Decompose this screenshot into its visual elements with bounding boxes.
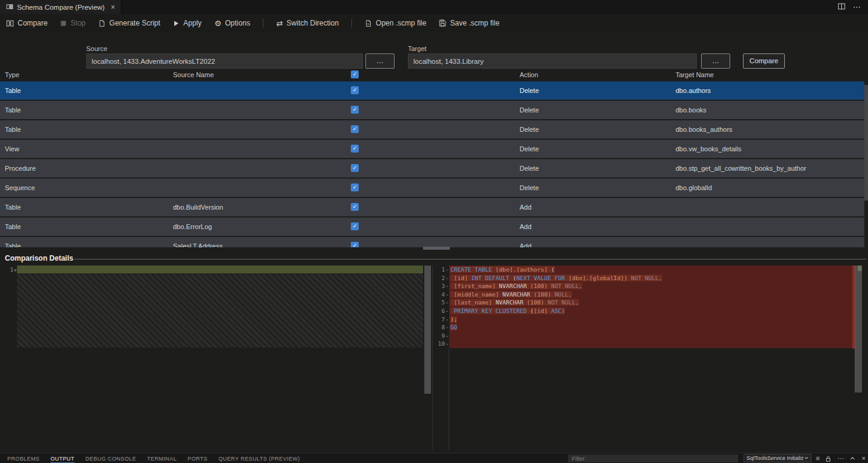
diff-code-line: 1-CREATE TABLE [dbo].[authors] (	[434, 266, 855, 274]
column-header-source-name: Source Name	[173, 71, 214, 78]
diff-code-line: 10-	[434, 340, 855, 348]
panel-action-icons: ≡⋯×	[816, 453, 866, 463]
table-row[interactable]: ViewDeletedbo.vw_books_details✓	[0, 140, 864, 158]
diff-code-line: 5- [last_name] NVARCHAR (100) NOT NULL,	[434, 298, 855, 307]
table-row[interactable]: TableDeletedbo.books_authors✓	[0, 120, 864, 139]
row-target-name: dbo.books_authors	[676, 120, 733, 139]
source-input[interactable]	[86, 53, 363, 69]
toolbar-button-label: Compare	[18, 19, 47, 27]
target-input[interactable]	[408, 53, 697, 69]
table-row[interactable]: TableDeletedbo.authors✓	[0, 81, 864, 100]
diff-marker: -	[445, 290, 449, 299]
schema-compare-window: Schema Compare (Preview) × ⋯ CompareStop…	[0, 0, 868, 463]
row-checkbox[interactable]: ✓	[351, 183, 359, 191]
line-number: 6	[434, 307, 445, 315]
row-checkbox[interactable]: ✓	[351, 164, 359, 172]
panel-more-actions-icon[interactable]: ⋯	[837, 455, 844, 462]
table-row[interactable]: Tabledbo.BuildVersionAdd✓	[0, 198, 864, 216]
row-checkbox[interactable]: ✓	[351, 145, 359, 153]
open-scmp-button[interactable]: Open .scmp file	[365, 19, 426, 27]
output-filter-input[interactable]	[568, 454, 738, 462]
row-action: Add	[520, 218, 532, 236]
diff-left-scrollbar[interactable]	[424, 266, 431, 394]
row-checkbox[interactable]: ✓	[351, 222, 359, 230]
line-number: 3	[434, 282, 445, 290]
schema-compare-icon	[6, 3, 13, 12]
line-number: 8	[434, 323, 445, 332]
save-scmp-button[interactable]: Save .scmp file	[439, 19, 499, 27]
stop-button: Stop	[60, 19, 86, 27]
diff-empty-region	[17, 274, 423, 348]
bottom-panel-bar: PROBLEMSOUTPUTDEBUG CONSOLETERMINALPORTS…	[0, 453, 868, 463]
compare-button[interactable]: Compare	[743, 53, 785, 69]
panel-tab-query-results-preview[interactable]: QUERY RESULTS (PREVIEW)	[219, 453, 300, 463]
toolbar-separator	[263, 19, 263, 27]
row-action: Delete	[520, 159, 539, 177]
close-panel-icon[interactable]: ×	[861, 455, 865, 462]
toolbar-button-label: Apply	[183, 19, 202, 27]
diff-right-scrollbar[interactable]	[855, 266, 862, 393]
schema-compare-toolbar: CompareStopGenerate ScriptApply⚙Options⇄…	[0, 14, 868, 32]
column-header-action: Action	[520, 71, 538, 78]
line-number: 2	[434, 274, 445, 283]
diff-editor: 1+ 1-CREATE TABLE [dbo].[authors] (2- [i…	[0, 266, 868, 450]
row-checkbox[interactable]: ✓	[351, 106, 359, 114]
table-row[interactable]: SequenceDeletedbo.globalId✓	[0, 179, 864, 197]
grid-vertical-scrollbar[interactable]	[864, 85, 868, 201]
diff-marker: -	[445, 315, 449, 324]
source-browse-button[interactable]: …	[365, 53, 395, 69]
row-type: Table	[5, 218, 21, 236]
row-source-name: SalesLT.Address	[173, 237, 223, 247]
table-row[interactable]: TableSalesLT.AddressAdd✓	[0, 237, 864, 247]
grid-horizontal-scrollbar[interactable]	[423, 247, 450, 250]
code-text: PRIMARY KEY CLUSTERED ([id] ASC)	[449, 307, 855, 315]
code-text: [id] INT DEFAULT (NEXT VALUE FOR [dbo].[…	[449, 274, 855, 283]
line-number: 10	[434, 340, 445, 348]
target-browse-button[interactable]: …	[701, 53, 730, 69]
details-divider	[74, 259, 866, 259]
close-tab-icon[interactable]: ×	[110, 4, 115, 11]
compare-button[interactable]: Compare	[6, 19, 47, 27]
stop-icon	[60, 20, 67, 27]
row-checkbox[interactable]: ✓	[351, 242, 359, 247]
header-checkbox[interactable]: ✓	[351, 70, 359, 78]
comparison-details-title: Comparison Details	[5, 254, 73, 262]
table-row[interactable]: ProcedureDeletedbo.stp_get_all_cowritten…	[0, 159, 864, 177]
chevron-down-icon	[804, 455, 809, 462]
editor-more-actions-icon[interactable]: ⋯	[853, 3, 861, 11]
switch-direction-button[interactable]: ⇄Switch Direction	[276, 19, 339, 27]
generate-script-button[interactable]: Generate Script	[98, 19, 160, 27]
diff-marker: -	[445, 307, 449, 315]
row-type: Table	[5, 237, 21, 247]
row-type: Table	[5, 120, 21, 139]
panel-tab-problems[interactable]: PROBLEMS	[7, 453, 39, 463]
row-checkbox[interactable]: ✓	[351, 125, 359, 133]
output-channel-select[interactable]: SqlToolsService Initializ	[744, 454, 812, 462]
panel-tab-terminal[interactable]: TERMINAL	[147, 453, 177, 463]
row-checkbox[interactable]: ✓	[351, 203, 359, 211]
row-type: Table	[5, 81, 21, 100]
diff-pane-sash[interactable]	[432, 266, 433, 450]
code-text: [first_name] NVARCHAR (100) NOT NULL,	[449, 282, 855, 290]
toolbar-button-label: Stop	[70, 19, 86, 27]
line-number: 9	[434, 332, 445, 340]
row-target-name: dbo.stp_get_all_cowritten_books_by_autho…	[676, 159, 806, 177]
table-row[interactable]: Tabledbo.ErrorLogAdd✓	[0, 218, 864, 236]
row-checkbox[interactable]: ✓	[351, 86, 359, 94]
diff-marker: -	[445, 340, 449, 348]
scroll-lock-icon[interactable]	[825, 455, 832, 462]
panel-tab-output[interactable]: OUTPUT	[50, 453, 74, 463]
apply-button[interactable]: Apply	[173, 19, 202, 27]
clear-output-icon[interactable]: ≡	[816, 455, 819, 462]
options-button[interactable]: ⚙Options	[214, 19, 250, 27]
diff-code-line: 8-GO	[434, 323, 855, 332]
panel-tab-ports[interactable]: PORTS	[188, 453, 208, 463]
diff-gutter-line	[449, 349, 449, 450]
table-row[interactable]: TableDeletedbo.books✓	[0, 101, 864, 119]
maximize-panel-icon[interactable]	[849, 455, 856, 462]
split-editor-icon[interactable]	[838, 2, 846, 12]
row-type: View	[5, 140, 19, 158]
tab-schema-compare[interactable]: Schema Compare (Preview) ×	[0, 0, 121, 14]
column-header-type: Type	[5, 71, 19, 78]
panel-tab-debug-console[interactable]: DEBUG CONSOLE	[86, 453, 137, 463]
